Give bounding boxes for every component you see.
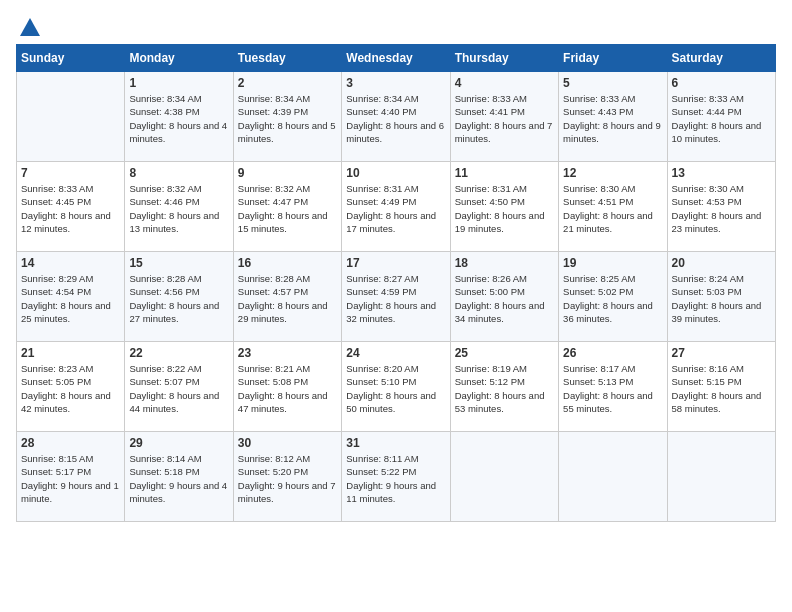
calendar-cell: 18Sunrise: 8:26 AMSunset: 5:00 PMDayligh…	[450, 252, 558, 342]
week-row-3: 21Sunrise: 8:23 AMSunset: 5:05 PMDayligh…	[17, 342, 776, 432]
header-saturday: Saturday	[667, 45, 775, 72]
calendar-cell: 27Sunrise: 8:16 AMSunset: 5:15 PMDayligh…	[667, 342, 775, 432]
calendar-cell: 13Sunrise: 8:30 AMSunset: 4:53 PMDayligh…	[667, 162, 775, 252]
week-row-1: 7Sunrise: 8:33 AMSunset: 4:45 PMDaylight…	[17, 162, 776, 252]
header-wednesday: Wednesday	[342, 45, 450, 72]
day-info: Sunrise: 8:34 AMSunset: 4:39 PMDaylight:…	[238, 92, 337, 145]
day-number: 15	[129, 256, 228, 270]
day-number: 28	[21, 436, 120, 450]
day-info: Sunrise: 8:27 AMSunset: 4:59 PMDaylight:…	[346, 272, 445, 325]
calendar-cell: 15Sunrise: 8:28 AMSunset: 4:56 PMDayligh…	[125, 252, 233, 342]
day-number: 8	[129, 166, 228, 180]
calendar-cell: 3Sunrise: 8:34 AMSunset: 4:40 PMDaylight…	[342, 72, 450, 162]
calendar-cell: 22Sunrise: 8:22 AMSunset: 5:07 PMDayligh…	[125, 342, 233, 432]
calendar-cell: 12Sunrise: 8:30 AMSunset: 4:51 PMDayligh…	[559, 162, 667, 252]
day-info: Sunrise: 8:21 AMSunset: 5:08 PMDaylight:…	[238, 362, 337, 415]
calendar-cell: 23Sunrise: 8:21 AMSunset: 5:08 PMDayligh…	[233, 342, 341, 432]
calendar-cell: 4Sunrise: 8:33 AMSunset: 4:41 PMDaylight…	[450, 72, 558, 162]
calendar-cell	[17, 72, 125, 162]
day-info: Sunrise: 8:22 AMSunset: 5:07 PMDaylight:…	[129, 362, 228, 415]
day-number: 25	[455, 346, 554, 360]
day-number: 1	[129, 76, 228, 90]
logo	[16, 16, 40, 36]
day-number: 2	[238, 76, 337, 90]
calendar-table: SundayMondayTuesdayWednesdayThursdayFrid…	[16, 44, 776, 522]
calendar-cell: 29Sunrise: 8:14 AMSunset: 5:18 PMDayligh…	[125, 432, 233, 522]
calendar-cell: 26Sunrise: 8:17 AMSunset: 5:13 PMDayligh…	[559, 342, 667, 432]
day-number: 17	[346, 256, 445, 270]
day-info: Sunrise: 8:31 AMSunset: 4:50 PMDaylight:…	[455, 182, 554, 235]
page-header	[16, 16, 776, 36]
day-info: Sunrise: 8:26 AMSunset: 5:00 PMDaylight:…	[455, 272, 554, 325]
day-info: Sunrise: 8:33 AMSunset: 4:41 PMDaylight:…	[455, 92, 554, 145]
day-info: Sunrise: 8:15 AMSunset: 5:17 PMDaylight:…	[21, 452, 120, 505]
day-number: 9	[238, 166, 337, 180]
calendar-cell	[559, 432, 667, 522]
calendar-cell: 8Sunrise: 8:32 AMSunset: 4:46 PMDaylight…	[125, 162, 233, 252]
calendar-cell: 24Sunrise: 8:20 AMSunset: 5:10 PMDayligh…	[342, 342, 450, 432]
calendar-cell: 7Sunrise: 8:33 AMSunset: 4:45 PMDaylight…	[17, 162, 125, 252]
calendar-cell: 20Sunrise: 8:24 AMSunset: 5:03 PMDayligh…	[667, 252, 775, 342]
day-info: Sunrise: 8:17 AMSunset: 5:13 PMDaylight:…	[563, 362, 662, 415]
day-info: Sunrise: 8:33 AMSunset: 4:44 PMDaylight:…	[672, 92, 771, 145]
calendar-cell: 21Sunrise: 8:23 AMSunset: 5:05 PMDayligh…	[17, 342, 125, 432]
day-number: 30	[238, 436, 337, 450]
calendar-cell: 25Sunrise: 8:19 AMSunset: 5:12 PMDayligh…	[450, 342, 558, 432]
day-info: Sunrise: 8:31 AMSunset: 4:49 PMDaylight:…	[346, 182, 445, 235]
calendar-cell	[450, 432, 558, 522]
day-number: 13	[672, 166, 771, 180]
day-number: 24	[346, 346, 445, 360]
day-number: 16	[238, 256, 337, 270]
day-number: 20	[672, 256, 771, 270]
day-info: Sunrise: 8:28 AMSunset: 4:56 PMDaylight:…	[129, 272, 228, 325]
calendar-cell: 5Sunrise: 8:33 AMSunset: 4:43 PMDaylight…	[559, 72, 667, 162]
header-friday: Friday	[559, 45, 667, 72]
header-monday: Monday	[125, 45, 233, 72]
day-number: 6	[672, 76, 771, 90]
calendar-cell: 1Sunrise: 8:34 AMSunset: 4:38 PMDaylight…	[125, 72, 233, 162]
day-info: Sunrise: 8:32 AMSunset: 4:46 PMDaylight:…	[129, 182, 228, 235]
day-number: 22	[129, 346, 228, 360]
day-info: Sunrise: 8:29 AMSunset: 4:54 PMDaylight:…	[21, 272, 120, 325]
calendar-cell: 10Sunrise: 8:31 AMSunset: 4:49 PMDayligh…	[342, 162, 450, 252]
day-number: 14	[21, 256, 120, 270]
header-row: SundayMondayTuesdayWednesdayThursdayFrid…	[17, 45, 776, 72]
day-info: Sunrise: 8:34 AMSunset: 4:40 PMDaylight:…	[346, 92, 445, 145]
day-info: Sunrise: 8:23 AMSunset: 5:05 PMDaylight:…	[21, 362, 120, 415]
calendar-cell: 30Sunrise: 8:12 AMSunset: 5:20 PMDayligh…	[233, 432, 341, 522]
calendar-cell: 6Sunrise: 8:33 AMSunset: 4:44 PMDaylight…	[667, 72, 775, 162]
day-number: 29	[129, 436, 228, 450]
calendar-cell: 16Sunrise: 8:28 AMSunset: 4:57 PMDayligh…	[233, 252, 341, 342]
calendar-cell: 28Sunrise: 8:15 AMSunset: 5:17 PMDayligh…	[17, 432, 125, 522]
calendar-cell: 31Sunrise: 8:11 AMSunset: 5:22 PMDayligh…	[342, 432, 450, 522]
day-number: 18	[455, 256, 554, 270]
day-info: Sunrise: 8:32 AMSunset: 4:47 PMDaylight:…	[238, 182, 337, 235]
week-row-0: 1Sunrise: 8:34 AMSunset: 4:38 PMDaylight…	[17, 72, 776, 162]
day-number: 3	[346, 76, 445, 90]
day-number: 5	[563, 76, 662, 90]
day-number: 7	[21, 166, 120, 180]
day-number: 31	[346, 436, 445, 450]
day-info: Sunrise: 8:14 AMSunset: 5:18 PMDaylight:…	[129, 452, 228, 505]
day-number: 26	[563, 346, 662, 360]
day-number: 11	[455, 166, 554, 180]
day-number: 27	[672, 346, 771, 360]
day-info: Sunrise: 8:34 AMSunset: 4:38 PMDaylight:…	[129, 92, 228, 145]
day-number: 19	[563, 256, 662, 270]
day-info: Sunrise: 8:30 AMSunset: 4:51 PMDaylight:…	[563, 182, 662, 235]
day-number: 21	[21, 346, 120, 360]
logo-triangle-icon	[20, 18, 40, 36]
header-thursday: Thursday	[450, 45, 558, 72]
day-number: 4	[455, 76, 554, 90]
day-info: Sunrise: 8:19 AMSunset: 5:12 PMDaylight:…	[455, 362, 554, 415]
day-info: Sunrise: 8:11 AMSunset: 5:22 PMDaylight:…	[346, 452, 445, 505]
calendar-cell	[667, 432, 775, 522]
header-tuesday: Tuesday	[233, 45, 341, 72]
calendar-cell: 14Sunrise: 8:29 AMSunset: 4:54 PMDayligh…	[17, 252, 125, 342]
header-sunday: Sunday	[17, 45, 125, 72]
day-info: Sunrise: 8:33 AMSunset: 4:43 PMDaylight:…	[563, 92, 662, 145]
day-number: 10	[346, 166, 445, 180]
calendar-cell: 9Sunrise: 8:32 AMSunset: 4:47 PMDaylight…	[233, 162, 341, 252]
calendar-cell: 2Sunrise: 8:34 AMSunset: 4:39 PMDaylight…	[233, 72, 341, 162]
day-info: Sunrise: 8:30 AMSunset: 4:53 PMDaylight:…	[672, 182, 771, 235]
